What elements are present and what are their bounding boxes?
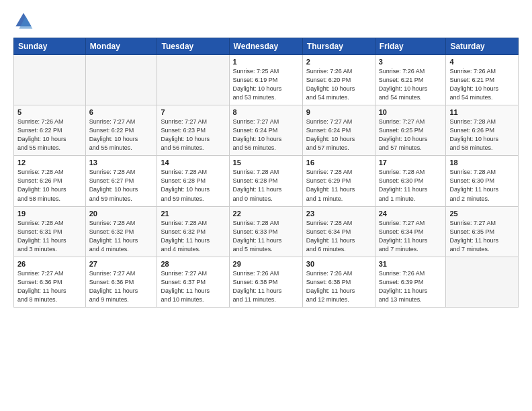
calendar-cell: 28Sunrise: 7:27 AM Sunset: 6:37 PM Dayli… (157, 257, 229, 307)
logo-icon (13, 11, 34, 31)
day-number: 14 (161, 158, 225, 167)
day-info: Sunrise: 7:28 AM Sunset: 6:32 PM Dayligh… (161, 219, 225, 254)
day-info: Sunrise: 7:28 AM Sunset: 6:31 PM Dayligh… (17, 219, 82, 254)
calendar-cell: 15Sunrise: 7:28 AM Sunset: 6:28 PM Dayli… (229, 156, 302, 206)
calendar-table: SundayMondayTuesdayWednesdayThursdayFrid… (13, 38, 519, 308)
day-info: Sunrise: 7:26 AM Sunset: 6:21 PM Dayligh… (379, 67, 443, 102)
calendar-cell: 17Sunrise: 7:28 AM Sunset: 6:30 PM Dayli… (375, 156, 446, 206)
day-number: 18 (449, 158, 515, 167)
day-number: 20 (89, 210, 154, 218)
day-info: Sunrise: 7:27 AM Sunset: 6:35 PM Dayligh… (449, 219, 515, 254)
day-info: Sunrise: 7:28 AM Sunset: 6:34 PM Dayligh… (306, 219, 371, 254)
calendar-cell: 31Sunrise: 7:26 AM Sunset: 6:39 PM Dayli… (375, 257, 446, 307)
calendar-cell: 8Sunrise: 7:27 AM Sunset: 6:24 PM Daylig… (229, 105, 302, 156)
day-number: 31 (379, 260, 443, 268)
calendar-cell: 10Sunrise: 7:27 AM Sunset: 6:25 PM Dayli… (375, 105, 446, 156)
day-number: 28 (161, 260, 225, 268)
day-number: 25 (449, 210, 515, 218)
day-number: 29 (233, 260, 299, 268)
day-number: 15 (233, 158, 299, 167)
day-info: Sunrise: 7:26 AM Sunset: 6:39 PM Dayligh… (379, 269, 443, 304)
calendar-cell: 30Sunrise: 7:26 AM Sunset: 6:38 PM Dayli… (302, 257, 375, 307)
calendar-cell: 6Sunrise: 7:27 AM Sunset: 6:22 PM Daylig… (85, 105, 157, 156)
day-info: Sunrise: 7:26 AM Sunset: 6:20 PM Dayligh… (306, 67, 371, 102)
calendar-cell: 2Sunrise: 7:26 AM Sunset: 6:20 PM Daylig… (302, 55, 375, 105)
day-info: Sunrise: 7:28 AM Sunset: 6:30 PM Dayligh… (449, 168, 515, 203)
day-number: 26 (17, 260, 82, 268)
day-info: Sunrise: 7:27 AM Sunset: 6:36 PM Dayligh… (89, 269, 154, 304)
day-info: Sunrise: 7:26 AM Sunset: 6:38 PM Dayligh… (233, 269, 299, 304)
day-number: 19 (17, 210, 82, 218)
weekday-header-monday: Monday (85, 38, 157, 55)
day-info: Sunrise: 7:28 AM Sunset: 6:26 PM Dayligh… (449, 118, 515, 152)
day-info: Sunrise: 7:28 AM Sunset: 6:30 PM Dayligh… (379, 168, 443, 203)
calendar-cell: 14Sunrise: 7:28 AM Sunset: 6:28 PM Dayli… (157, 156, 229, 206)
calendar-week-row: 19Sunrise: 7:28 AM Sunset: 6:31 PM Dayli… (14, 206, 519, 257)
day-info: Sunrise: 7:27 AM Sunset: 6:37 PM Dayligh… (161, 269, 225, 304)
calendar-week-row: 1Sunrise: 7:25 AM Sunset: 6:19 PM Daylig… (14, 55, 519, 105)
calendar-cell: 21Sunrise: 7:28 AM Sunset: 6:32 PM Dayli… (157, 206, 229, 257)
day-info: Sunrise: 7:26 AM Sunset: 6:22 PM Dayligh… (17, 118, 82, 152)
header (13, 11, 519, 31)
calendar-cell: 11Sunrise: 7:28 AM Sunset: 6:26 PM Dayli… (446, 105, 519, 156)
day-info: Sunrise: 7:27 AM Sunset: 6:34 PM Dayligh… (379, 219, 443, 254)
day-info: Sunrise: 7:27 AM Sunset: 6:22 PM Dayligh… (89, 118, 154, 152)
calendar-cell: 23Sunrise: 7:28 AM Sunset: 6:34 PM Dayli… (302, 206, 375, 257)
day-number: 21 (161, 210, 225, 218)
logo (13, 11, 36, 31)
weekday-header-wednesday: Wednesday (229, 38, 302, 55)
day-number: 13 (89, 158, 154, 167)
calendar-cell: 19Sunrise: 7:28 AM Sunset: 6:31 PM Dayli… (14, 206, 86, 257)
day-number: 6 (89, 108, 154, 116)
day-number: 12 (17, 158, 82, 167)
day-number: 1 (233, 58, 299, 66)
day-number: 3 (379, 58, 443, 66)
calendar-cell: 5Sunrise: 7:26 AM Sunset: 6:22 PM Daylig… (14, 105, 86, 156)
calendar-cell (85, 55, 157, 105)
calendar-cell: 3Sunrise: 7:26 AM Sunset: 6:21 PM Daylig… (375, 55, 446, 105)
calendar-cell: 16Sunrise: 7:28 AM Sunset: 6:29 PM Dayli… (302, 156, 375, 206)
calendar-cell: 9Sunrise: 7:27 AM Sunset: 6:24 PM Daylig… (302, 105, 375, 156)
day-number: 16 (306, 158, 371, 167)
day-info: Sunrise: 7:27 AM Sunset: 6:24 PM Dayligh… (306, 118, 371, 152)
day-info: Sunrise: 7:28 AM Sunset: 6:28 PM Dayligh… (161, 168, 225, 203)
day-info: Sunrise: 7:28 AM Sunset: 6:27 PM Dayligh… (89, 168, 154, 203)
day-number: 30 (306, 260, 371, 268)
day-number: 27 (89, 260, 154, 268)
weekday-header-thursday: Thursday (302, 38, 375, 55)
day-number: 4 (449, 58, 515, 66)
calendar-cell: 24Sunrise: 7:27 AM Sunset: 6:34 PM Dayli… (375, 206, 446, 257)
day-number: 5 (17, 108, 82, 116)
day-info: Sunrise: 7:28 AM Sunset: 6:28 PM Dayligh… (233, 168, 299, 203)
calendar-cell (157, 55, 229, 105)
calendar-cell: 27Sunrise: 7:27 AM Sunset: 6:36 PM Dayli… (85, 257, 157, 307)
day-info: Sunrise: 7:26 AM Sunset: 6:38 PM Dayligh… (306, 269, 371, 304)
calendar-week-row: 12Sunrise: 7:28 AM Sunset: 6:26 PM Dayli… (14, 156, 519, 206)
page: SundayMondayTuesdayWednesdayThursdayFrid… (0, 0, 532, 411)
calendar-cell: 25Sunrise: 7:27 AM Sunset: 6:35 PM Dayli… (446, 206, 519, 257)
calendar-week-row: 5Sunrise: 7:26 AM Sunset: 6:22 PM Daylig… (14, 105, 519, 156)
day-info: Sunrise: 7:28 AM Sunset: 6:26 PM Dayligh… (17, 168, 82, 203)
calendar-cell: 18Sunrise: 7:28 AM Sunset: 6:30 PM Dayli… (446, 156, 519, 206)
weekday-header-saturday: Saturday (446, 38, 519, 55)
day-number: 24 (379, 210, 443, 218)
day-info: Sunrise: 7:27 AM Sunset: 6:24 PM Dayligh… (233, 118, 299, 152)
calendar-cell: 20Sunrise: 7:28 AM Sunset: 6:32 PM Dayli… (85, 206, 157, 257)
day-number: 9 (306, 108, 371, 116)
day-info: Sunrise: 7:25 AM Sunset: 6:19 PM Dayligh… (233, 67, 299, 102)
day-number: 7 (161, 108, 225, 116)
day-info: Sunrise: 7:28 AM Sunset: 6:32 PM Dayligh… (89, 219, 154, 254)
day-number: 17 (379, 158, 443, 167)
calendar-cell: 29Sunrise: 7:26 AM Sunset: 6:38 PM Dayli… (229, 257, 302, 307)
day-info: Sunrise: 7:28 AM Sunset: 6:33 PM Dayligh… (233, 219, 299, 254)
weekday-header-sunday: Sunday (14, 38, 86, 55)
calendar-week-row: 26Sunrise: 7:27 AM Sunset: 6:36 PM Dayli… (14, 257, 519, 307)
day-number: 2 (306, 58, 371, 66)
calendar-cell: 26Sunrise: 7:27 AM Sunset: 6:36 PM Dayli… (14, 257, 86, 307)
day-number: 8 (233, 108, 299, 116)
day-number: 11 (449, 108, 515, 116)
weekday-header-tuesday: Tuesday (157, 38, 229, 55)
day-info: Sunrise: 7:28 AM Sunset: 6:29 PM Dayligh… (306, 168, 371, 203)
day-number: 23 (306, 210, 371, 218)
weekday-header-friday: Friday (375, 38, 446, 55)
